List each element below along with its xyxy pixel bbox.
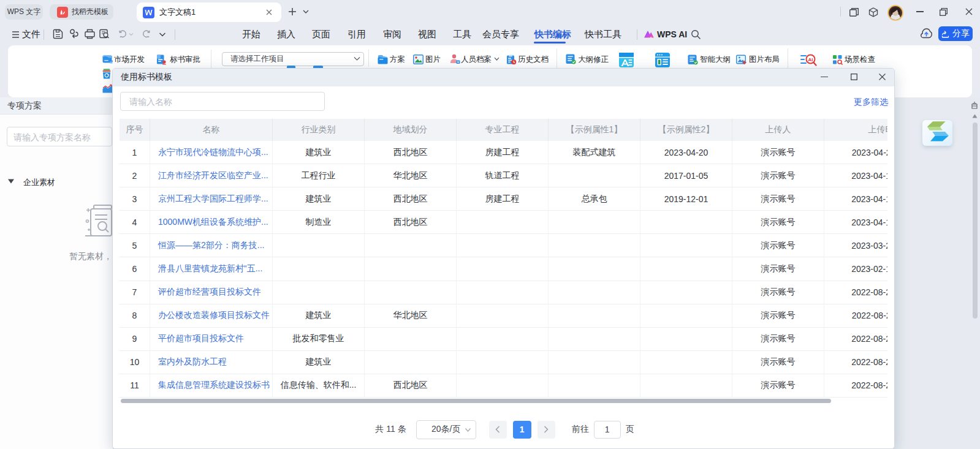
svg-text:AI: AI xyxy=(808,57,813,62)
